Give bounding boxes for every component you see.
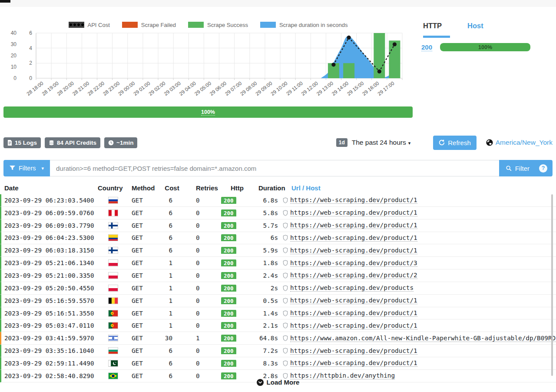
timezone-link[interactable]: America/New_York [486,139,553,146]
legend-item-scrape-duration-in-seconds[interactable]: Scrape duration in seconds [260,22,348,28]
country-flag-pe [108,209,118,216]
log-method[interactable]: GET [132,272,143,279]
load-more-button[interactable]: Load More [254,378,302,386]
log-method[interactable]: GET [132,209,143,216]
log-url-link[interactable]: https://web-scraping.dev/product/1 [290,234,417,242]
log-url-link[interactable]: https://web-scraping.dev/product/1 [290,247,417,254]
log-retries: 0 [183,247,218,254]
country-flag-ru [108,197,118,204]
log-date: 2023-09-29 05:16:51.3550 [1,310,98,317]
log-duration: 5.9s [257,247,283,254]
table-row[interactable]: 2023-09-29 05:21:00.3350GET102002.4shttp… [0,269,556,282]
log-date: 2023-09-29 05:16:59.5570 [1,297,98,304]
log-method[interactable]: GET [132,285,143,292]
shield-icon [283,223,288,229]
tab-http[interactable]: HTTP [421,21,452,39]
log-method[interactable]: GET [132,310,143,317]
log-url-link[interactable]: https://web-scraping.dev/product/1 [290,196,417,204]
log-country [98,259,128,266]
table-row[interactable]: 2023-09-29 02:59:11.4490GET602008.3shttp… [0,357,556,370]
refresh-label: Refresh [448,139,471,146]
legend-item-scrape-success[interactable]: Scrape Success [188,22,248,28]
log-url-link[interactable]: https://web-scraping.dev/products [290,284,414,292]
log-cost: 6 [161,247,183,254]
active-tab-underline [423,36,450,38]
http-status-badge: 200 [221,247,236,254]
svg-text:29 11:00: 29 11:00 [285,80,304,96]
table-row[interactable]: 2023-09-29 05:20:50.4550GET102002shttps:… [0,282,556,295]
duration-label: ~1min [116,140,133,146]
svg-text:29 04:00: 29 04:00 [178,80,197,96]
table-row[interactable]: 2023-09-29 06:09:03.7790GET602005.7shttp… [0,219,556,232]
timezone-label: America/New_York [496,139,553,146]
log-url-link[interactable]: https://web-scraping.dev/product/2 [290,272,417,279]
table-row[interactable]: 2023-09-29 06:23:03.5400GET602006.8shttp… [0,194,556,207]
filters-dropdown-button[interactable]: Filters ▾ [3,160,50,176]
log-url-link[interactable]: https://www.amazon.com/All-new-Kindle-Pa… [290,335,556,342]
log-retries: 1 [183,335,218,342]
log-retries: 0 [183,234,218,241]
chevron-down-icon: ▾ [41,166,44,171]
legend-item-api-cost[interactable]: API Cost [69,22,110,28]
log-duration: 2.4s [257,272,283,279]
http-status-badge: 200 [221,347,236,354]
log-method[interactable]: GET [132,335,143,342]
svg-text:0: 0 [29,75,32,81]
log-url-link[interactable]: https://web-scraping.dev/product/3 [290,259,417,267]
filter-query-input[interactable] [50,160,499,176]
log-url-link[interactable]: https://web-scraping.dev/product/1 [290,322,417,329]
log-url-link[interactable]: https://web-scraping.dev/product/1 [290,347,417,355]
log-date: 2023-09-29 05:20:50.4550 [1,285,98,292]
table-row[interactable]: 2023-09-29 06:03:18.3150GET602005.9shttp… [0,244,556,257]
range-dropdown[interactable]: The past 24 hours▾ [352,139,410,146]
stats-row: 15 Logs 84 API Credits ~1min 1d The past… [3,135,553,150]
log-url-link[interactable]: https://web-scraping.dev/product/1 [290,209,417,216]
log-method[interactable]: GET [132,360,143,367]
legend-label: Scrape duration in seconds [279,22,348,28]
help-icon[interactable]: ? [539,164,547,173]
log-duration: 5.7s [257,222,283,229]
filter-button-label: Filter [515,165,530,172]
log-method[interactable]: GET [132,247,143,254]
table-row[interactable]: 2023-09-29 05:03:47.0110GET102002.1shttp… [0,319,556,332]
table-scrollbar[interactable] [551,194,553,376]
log-url-link[interactable]: https://web-scraping.dev/product/1 [290,297,417,304]
table-row[interactable]: 2023-09-29 06:04:23.5300GET602006shttps:… [0,232,556,245]
log-url-link[interactable]: https://web-scraping.dev/product/1 [290,309,417,317]
log-method[interactable]: GET [132,197,143,204]
logs-table: Date Country Method Cost Retries Http Du… [0,182,556,382]
http-percent-bar: 100% [440,43,530,51]
chart-legend: API CostScrape FailedScrape SuccessScrap… [3,21,413,29]
table-row[interactable]: 2023-09-29 03:35:16.1040GET602007.2shttp… [0,345,556,357]
log-method[interactable]: GET [132,347,143,354]
table-row[interactable]: 2023-09-29 06:09:59.0760GET602005.8shttp… [0,207,556,219]
table-row[interactable]: 2023-09-29 05:16:59.5570GET102000.5shttp… [0,295,556,307]
legend-item-scrape-failed[interactable]: Scrape Failed [122,22,176,28]
log-duration: 6s [257,234,283,241]
country-flag-pk [108,360,118,367]
refresh-button[interactable]: Refresh [433,136,477,150]
svg-text:29 02:00: 29 02:00 [148,80,166,96]
log-method[interactable]: GET [132,259,143,266]
log-method[interactable]: GET [132,322,143,329]
table-row[interactable]: 2023-09-29 05:21:06.1340GET102001.8shttp… [0,257,556,269]
shield-icon [283,335,288,341]
svg-text:20: 20 [11,53,17,59]
stats-badges: 15 Logs 84 API Credits ~1min [3,137,137,148]
filter-apply-button[interactable]: Filter ? [499,160,553,176]
http-status-badge: 200 [221,360,236,367]
logs-count-label: 15 Logs [15,140,37,146]
log-duration: 7.2s [257,347,283,354]
refresh-icon [439,140,445,146]
log-method[interactable]: GET [132,297,143,304]
log-url-link[interactable]: https://web-scraping.dev/product/1 [290,359,417,367]
http-code-link[interactable]: 200 [421,43,432,51]
http-status-list: 200100% [421,43,553,51]
log-method[interactable]: GET [132,222,143,229]
log-url-link[interactable]: https://web-scraping.dev/product/1 [290,222,417,229]
tab-host[interactable]: Host [466,21,485,31]
log-method[interactable]: GET [132,234,143,241]
table-row[interactable]: 2023-09-29 03:41:59.5970GET30120064.8sht… [0,332,556,345]
log-duration: 8.3s [257,360,283,367]
table-row[interactable]: 2023-09-29 05:16:51.3550GET102001.4shttp… [0,307,556,320]
